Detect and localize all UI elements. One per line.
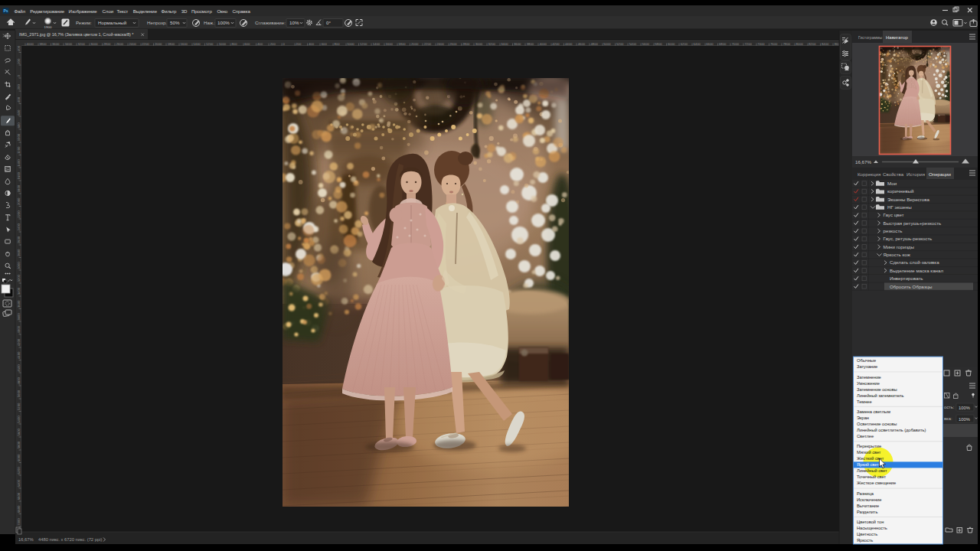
svg-text:800: 800	[17, 122, 21, 129]
svg-text:200: 200	[17, 84, 21, 90]
svg-text:2800: 2800	[462, 42, 470, 46]
svg-text:5200: 5200	[616, 42, 624, 46]
svg-text:Жесткое смещение: Жесткое смещение	[857, 481, 896, 485]
svg-text:2200: 2200	[424, 42, 432, 46]
svg-text:16,67%: 16,67%	[855, 159, 871, 165]
svg-text:1800: 1800	[168, 42, 175, 46]
svg-text:2000: 2000	[155, 42, 162, 46]
svg-text:1600: 1600	[17, 172, 21, 180]
svg-text:3800: 3800	[17, 313, 21, 321]
svg-text:3000: 3000	[90, 42, 98, 46]
svg-text:200: 200	[17, 58, 21, 64]
svg-text:Выделение: Выделение	[133, 8, 158, 14]
svg-text:16,67%: 16,67%	[18, 537, 34, 542]
svg-text:IMG_2971.jpg @ 16,7% (Заливка: IMG_2971.jpg @ 16,7% (Заливка цветом 1, …	[19, 32, 134, 37]
svg-text:100%: 100%	[217, 20, 230, 25]
svg-text:5600: 5600	[17, 429, 21, 436]
svg-text:2400: 2400	[129, 42, 137, 46]
svg-text:3400: 3400	[65, 42, 73, 46]
svg-text:4400: 4400	[565, 42, 573, 46]
svg-text:8400: 8400	[822, 42, 829, 46]
svg-text:400: 400	[257, 42, 263, 46]
svg-text:2200: 2200	[142, 42, 149, 46]
svg-text:Затемнение основы: Затемнение основы	[857, 387, 897, 392]
svg-text:1200: 1200	[206, 42, 214, 46]
svg-text:Свойства: Свойства	[883, 171, 904, 177]
svg-text:ость:: ость:	[944, 405, 955, 409]
svg-text:Разделить: Разделить	[857, 510, 877, 514]
svg-text:Гистограммы: Гистограммы	[858, 35, 883, 40]
svg-text:5400: 5400	[629, 42, 637, 46]
svg-text:Разница: Разница	[857, 491, 874, 496]
svg-text:Обычные: Обычные	[857, 358, 876, 363]
svg-text:Режим:: Режим:	[76, 20, 92, 25]
svg-text:резкость: резкость	[884, 228, 903, 233]
svg-text:Быстрая ретушь+резкость: Быстрая ретушь+резкость	[884, 220, 942, 226]
svg-text:400: 400	[17, 96, 21, 103]
svg-text:2000: 2000	[17, 197, 21, 205]
svg-text:Изображение: Изображение	[69, 8, 98, 14]
svg-text:Цветность: Цветность	[857, 532, 877, 536]
svg-text:2200: 2200	[17, 210, 21, 218]
svg-text:Мои: Мои	[887, 181, 897, 186]
svg-text:Гаус цвет: Гаус цвет	[884, 212, 904, 217]
svg-text:1400: 1400	[193, 42, 201, 46]
svg-text:1800: 1800	[398, 42, 406, 46]
svg-text:5800: 5800	[655, 42, 662, 46]
svg-text:вка:: вка:	[944, 416, 952, 421]
svg-text:Светлее: Светлее	[857, 434, 874, 439]
svg-text:50%: 50%	[170, 20, 180, 25]
svg-text:3600: 3600	[514, 42, 521, 46]
svg-text:8000: 8000	[796, 42, 804, 46]
svg-text:Непрозр.:: Непрозр.:	[147, 20, 168, 25]
svg-text:7000: 7000	[17, 518, 21, 526]
svg-text:4600: 4600	[17, 364, 21, 372]
svg-text:Умножение: Умножение	[857, 381, 880, 386]
svg-text:4200: 4200	[17, 338, 21, 346]
svg-text:2000: 2000	[411, 42, 419, 46]
svg-text:Исключение: Исключение	[857, 497, 881, 502]
svg-text:7000: 7000	[732, 42, 740, 46]
svg-text:Окно: Окно	[217, 8, 227, 14]
svg-text:Файл: Файл	[15, 8, 26, 14]
svg-text:6000: 6000	[668, 42, 675, 46]
svg-text:Яркость: Яркость	[857, 538, 873, 543]
svg-text:Фильтр: Фильтр	[162, 8, 177, 14]
svg-text:Насыщенность: Насыщенность	[857, 526, 887, 530]
svg-text:7200: 7200	[745, 42, 753, 46]
svg-text:4000: 4000	[17, 326, 21, 334]
svg-text:Замена светлым: Замена светлым	[857, 409, 890, 414]
svg-text:1400: 1400	[373, 42, 381, 46]
svg-text:Инвертировать: Инвертировать	[890, 276, 923, 281]
svg-text:Линейный осветлитель (добавить: Линейный осветлитель (добавить)	[857, 428, 926, 432]
svg-text:200: 200	[296, 42, 302, 46]
svg-text:Выделение маска канал: Выделение маска канал	[890, 268, 943, 273]
svg-text:НГ экшены: НГ экшены	[887, 204, 912, 210]
svg-text:3200: 3200	[78, 42, 86, 46]
svg-text:3400: 3400	[501, 42, 508, 46]
svg-text:Навигатор: Навигатор	[886, 35, 908, 40]
svg-text:Линейный затемнитель: Линейный затемнитель	[857, 393, 903, 398]
svg-text:Коррекция: Коррекция	[858, 171, 880, 177]
svg-text:2600: 2600	[116, 42, 124, 46]
svg-text:Вычитание: Вычитание	[857, 504, 879, 508]
svg-text:2600: 2600	[449, 42, 457, 46]
svg-text:Экран: Экран	[857, 416, 869, 420]
svg-text:4480 пикс. x 6720 пикс. (72 pp: 4480 пикс. x 6720 пикс. (72 ppi)	[38, 537, 102, 542]
svg-text:600: 600	[17, 109, 21, 116]
svg-text:Просмотр: Просмотр	[191, 8, 213, 14]
svg-text:Точечный свет: Точечный свет	[857, 474, 886, 479]
svg-text:Линейный свет: Линейный свет	[857, 468, 887, 473]
svg-text:4200: 4200	[552, 42, 560, 46]
svg-text:6400: 6400	[17, 480, 21, 487]
svg-text:600: 600	[244, 42, 250, 46]
svg-text:3D: 3D	[181, 8, 188, 14]
svg-text:Осветление основы: Осветление основы	[857, 422, 897, 426]
svg-text:Перекрытие: Перекрытие	[857, 444, 881, 448]
svg-text:1200: 1200	[360, 42, 368, 46]
svg-text:600: 600	[322, 42, 328, 46]
svg-text:1000: 1000	[17, 133, 21, 141]
svg-text:7600: 7600	[770, 42, 778, 46]
svg-text:4600: 4600	[578, 42, 586, 46]
svg-text:3800: 3800	[527, 42, 534, 46]
